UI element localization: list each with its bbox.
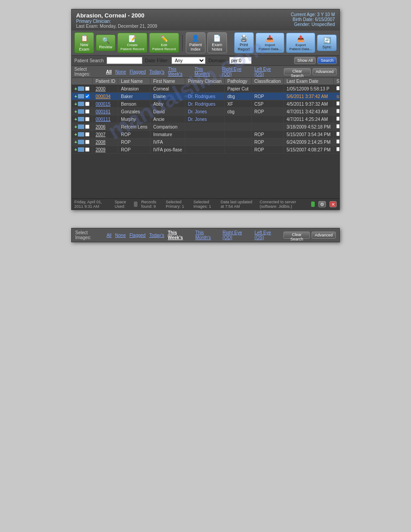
exam-notes-button[interactable]: 📄 ExamNotes xyxy=(207,32,227,53)
row-checkbox[interactable] xyxy=(85,86,90,91)
row-expand-btn[interactable]: + xyxy=(74,116,77,122)
bottom-filter-todays[interactable]: Today's xyxy=(149,233,164,238)
print-report-button[interactable]: 🖨️ PrintReport xyxy=(234,32,254,53)
domain-input[interactable] xyxy=(229,57,252,64)
sync-checkbox[interactable] xyxy=(336,109,339,113)
bottom-advanced-button[interactable]: Advanced xyxy=(312,232,336,239)
col-sync[interactable]: Sync Status xyxy=(334,78,339,85)
filter-this-months[interactable]: This Month's xyxy=(194,67,218,77)
col-first-name[interactable]: First Name xyxy=(150,78,185,85)
table-row[interactable]: + 2006Refcem LensComparison3/18/2009 4:5… xyxy=(72,123,339,131)
sync-checkbox[interactable] xyxy=(336,116,339,121)
row-patient-id[interactable]: 2008 xyxy=(93,138,118,146)
bottom-filter-this-months[interactable]: This Month's xyxy=(195,230,219,240)
patient-index-button[interactable]: 👤 PatientIndex xyxy=(186,32,206,53)
bottom-filter-all[interactable]: All xyxy=(107,233,111,238)
row-expand-btn[interactable]: + xyxy=(74,86,77,91)
edit-patient-button[interactable]: ✏️ EditPatient Record xyxy=(149,33,179,53)
search-button[interactable]: Search xyxy=(317,57,337,64)
row-checkbox[interactable] xyxy=(85,124,90,129)
filter-all[interactable]: All xyxy=(106,69,112,74)
col-clinician[interactable]: Primary Clinician xyxy=(185,78,224,85)
row-expand-btn[interactable]: + xyxy=(74,124,77,129)
table-row[interactable]: + 000111MurphyAncieDr. Jones4/7/2011 4:2… xyxy=(72,116,339,123)
show-all-button[interactable]: Show All xyxy=(294,57,316,64)
row-checkbox[interactable] xyxy=(85,140,90,144)
filter-right-eye[interactable]: Right Eye (OD) xyxy=(222,67,251,77)
table-row[interactable]: + 000161GonzalesDavidDr. JonescbgROP4/7/… xyxy=(72,108,339,116)
review-button[interactable]: 🔍 Review xyxy=(96,34,116,51)
create-patient-button[interactable]: 📝 CreatePatient Record xyxy=(117,33,147,53)
sync-checkbox[interactable] xyxy=(336,86,339,90)
row-patient-id[interactable]: 000111 xyxy=(93,116,118,123)
filter-left-eye[interactable]: Left Eye (OS) xyxy=(254,67,280,77)
new-exam-button[interactable]: 📋 NewExam xyxy=(74,32,94,53)
filter-flagged[interactable]: Flagged xyxy=(129,69,146,74)
row-image-icon[interactable] xyxy=(78,109,84,114)
col-last-exam[interactable]: Last Exam Date xyxy=(283,78,333,85)
row-expand-btn[interactable]: + xyxy=(74,139,77,145)
row-controls-cell: + xyxy=(72,123,93,131)
clear-search-button[interactable]: Clear Search xyxy=(284,68,311,75)
row-image-icon[interactable] xyxy=(78,102,84,106)
bottom-filter-none[interactable]: None xyxy=(115,233,126,238)
row-expand-btn[interactable]: + xyxy=(74,94,77,99)
row-checkbox[interactable] xyxy=(85,94,90,99)
review-label: Review xyxy=(99,45,112,49)
row-patient-id[interactable]: 2006 xyxy=(93,123,118,131)
table-row[interactable]: + 000034BakerElaineDr. RodriguesdbgROP5/… xyxy=(72,93,339,100)
row-checkbox[interactable] xyxy=(85,109,90,114)
advanced-button[interactable]: Advanced xyxy=(313,68,337,75)
row-checkbox[interactable] xyxy=(85,102,90,106)
row-patient-id[interactable]: 2000 xyxy=(93,85,118,93)
row-patient-id[interactable]: 2007 xyxy=(93,131,118,138)
export-button[interactable]: 📤 ExportPatient Data... xyxy=(286,33,315,53)
row-checkbox[interactable] xyxy=(85,117,90,121)
row-patient-id[interactable]: 2009 xyxy=(93,146,118,154)
col-patient-id[interactable]: Patient ID xyxy=(93,78,118,85)
row-image-icon[interactable] xyxy=(78,94,84,99)
filter-none[interactable]: None xyxy=(116,69,126,74)
row-image-icon[interactable] xyxy=(78,132,84,137)
bottom-filter-flagged[interactable]: Flagged xyxy=(129,233,146,238)
settings-button[interactable]: ⚙ xyxy=(318,201,326,207)
row-image-icon[interactable] xyxy=(78,147,84,152)
row-expand-btn[interactable]: + xyxy=(74,109,77,114)
row-image-icon[interactable] xyxy=(78,117,84,121)
row-image-icon[interactable] xyxy=(78,86,84,91)
table-row[interactable]: + 2008ROPIVFAROP6/24/2009 2:14:25 PM xyxy=(72,138,339,146)
row-expand-btn[interactable]: + xyxy=(74,101,77,107)
row-expand-btn[interactable]: + xyxy=(74,132,77,137)
row-patient-id[interactable]: 000034 xyxy=(93,93,118,100)
table-row[interactable]: + 2007ROPImmatureROP5/15/2007 3:54:34 PM xyxy=(72,131,339,138)
sync-button[interactable]: 🔄 Sync xyxy=(317,34,337,51)
filter-todays[interactable]: Today's xyxy=(150,69,165,74)
col-last-name[interactable]: Last Name xyxy=(118,78,150,85)
col-classification[interactable]: Classification xyxy=(252,78,284,85)
table-row[interactable]: + 000015BensonAbbyDr. RodriguesXFCSP4/5/… xyxy=(72,100,339,108)
row-patient-id[interactable]: 000161 xyxy=(93,108,118,116)
col-pathology[interactable]: Pathology xyxy=(224,78,251,85)
sync-checkbox[interactable] xyxy=(336,147,339,151)
table-row[interactable]: + 2009ROPIVFA pos-flaseROP5/15/2007 4:08… xyxy=(72,146,339,154)
date-filter-select[interactable]: Any Today This Week This Month xyxy=(171,57,206,64)
sync-checkbox[interactable] xyxy=(336,132,339,136)
row-image-icon[interactable] xyxy=(78,140,84,144)
bottom-filter-this-weeks[interactable]: This Week's xyxy=(168,230,192,240)
row-expand-btn[interactable]: + xyxy=(74,147,77,152)
row-checkbox[interactable] xyxy=(85,147,90,152)
table-row[interactable]: + 2000AbrasionCornealPapier Cut1/05/1200… xyxy=(72,85,339,93)
bottom-filter-left-eye[interactable]: Left Eye (OS) xyxy=(255,230,280,240)
import-button[interactable]: 📥 ImportPatient Data... xyxy=(256,33,285,53)
row-patient-id[interactable]: 000015 xyxy=(93,100,118,108)
close-status-button[interactable]: ✕ xyxy=(330,201,337,207)
bottom-clear-search-button[interactable]: Clear Search xyxy=(283,232,310,239)
sync-checkbox[interactable] xyxy=(336,101,339,106)
sync-checkbox[interactable] xyxy=(336,124,339,129)
row-checkbox[interactable] xyxy=(85,132,90,137)
sync-checkbox[interactable] xyxy=(336,139,339,144)
bottom-filter-right-eye[interactable]: Right Eye (OD) xyxy=(223,230,251,240)
filter-this-weeks[interactable]: This Week's xyxy=(168,67,191,77)
row-image-icon[interactable] xyxy=(78,124,84,129)
patient-search-input[interactable] xyxy=(107,57,142,64)
